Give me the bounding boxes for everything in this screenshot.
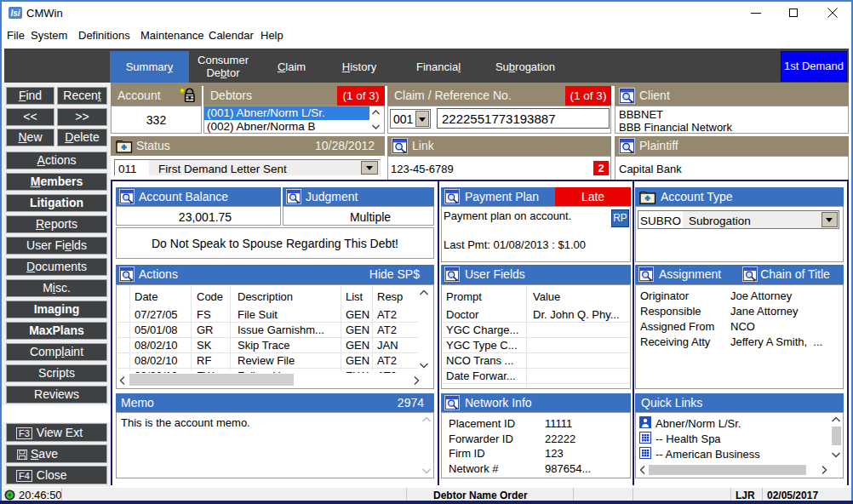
svg-text:lsi: lsi [10, 9, 20, 18]
